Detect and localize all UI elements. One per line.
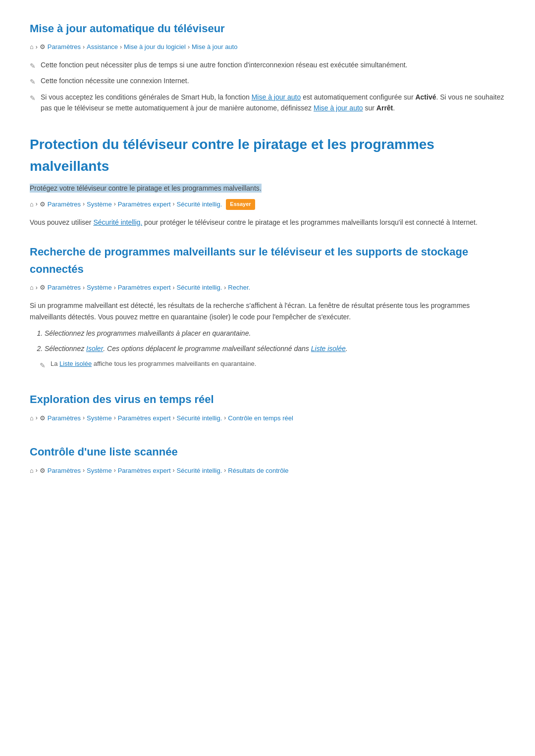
sep4: › — [188, 43, 190, 52]
note-text-2: Cette fonction nécessite une connexion I… — [41, 75, 189, 86]
link-liste-isolee-sub[interactable]: Liste isolée — [59, 360, 92, 367]
breadcrumb-systeme-5[interactable]: Système — [87, 466, 112, 476]
sep5-2: › — [83, 466, 85, 475]
sub-note-1: ✎ La Liste isolée affiche tous les progr… — [40, 359, 505, 371]
sep2-3: › — [114, 200, 116, 209]
pencil-icon-1: ✎ — [30, 60, 36, 71]
breadcrumb-securite-5[interactable]: Sécurité intellig. — [177, 466, 222, 476]
sep5-1: › — [36, 466, 38, 475]
pencil-icon-sub: ✎ — [40, 360, 46, 371]
breadcrumb-1: ⌂ › ⚙ Paramètres › Assistance › Mise à j… — [30, 42, 505, 52]
sep3-1: › — [36, 283, 38, 293]
section3-title: Recherche de programmes malveillants sur… — [30, 243, 505, 278]
breadcrumb-params-expert-2[interactable]: Paramètres expert — [118, 200, 171, 210]
breadcrumb-maj-auto[interactable]: Mise à jour auto — [192, 42, 238, 52]
home-icon-2: ⌂ — [30, 200, 34, 210]
breadcrumb-params-expert-4[interactable]: Paramètres expert — [118, 413, 171, 424]
link-liste-isolee[interactable]: Liste isolée — [311, 345, 346, 353]
breadcrumb-params-expert-5[interactable]: Paramètres expert — [118, 466, 171, 476]
breadcrumb-parametres-5[interactable]: Paramètres — [48, 466, 81, 476]
sep4-4: › — [173, 413, 175, 423]
breadcrumb-systeme-4[interactable]: Système — [87, 413, 112, 424]
link-maj-auto-2[interactable]: Mise à jour auto — [314, 104, 363, 112]
note-item-1: ✎ Cette fonction peut nécessiter plus de… — [30, 59, 505, 71]
breadcrumb-securite-3[interactable]: Sécurité intellig. — [177, 283, 222, 293]
sep2-2: › — [83, 200, 85, 209]
breadcrumb-recher[interactable]: Recher. — [228, 283, 250, 293]
section-recherche: Recherche de programmes malveillants sur… — [30, 243, 505, 371]
notes-list-1: ✎ Cette fonction peut nécessiter plus de… — [30, 59, 505, 114]
sep3-3: › — [114, 283, 116, 293]
pencil-icon-3: ✎ — [30, 93, 36, 103]
breadcrumb-systeme-2[interactable]: Système — [87, 200, 112, 210]
note-text-1: Cette fonction peut nécessiter plus de t… — [41, 59, 407, 70]
link-maj-auto-1[interactable]: Mise à jour auto — [252, 93, 301, 101]
gear-icon-5: ⚙ — [40, 466, 46, 476]
section-auto-update: Mise à jour automatique du téléviseur ⌂ … — [30, 20, 505, 114]
section2-highlight: Protégez votre téléviseur contre le pira… — [30, 183, 505, 194]
gear-icon-2: ⚙ — [40, 200, 46, 210]
breadcrumb-4: ⌂ › ⚙ Paramètres › Système › Paramètres … — [30, 413, 505, 424]
sep5-4: › — [173, 466, 175, 475]
breadcrumb-2: ⌂ › ⚙ Paramètres › Système › Paramètres … — [30, 199, 505, 210]
sep3: › — [120, 43, 122, 52]
sep2-4: › — [173, 200, 175, 209]
breadcrumb-params-expert-3[interactable]: Paramètres expert — [118, 283, 171, 293]
badge-essayer[interactable]: Essayer — [226, 199, 255, 210]
section1-title: Mise à jour automatique du téléviseur — [30, 20, 505, 37]
breadcrumb-resultats-controle[interactable]: Résultats de contrôle — [228, 466, 288, 476]
gear-icon-4: ⚙ — [40, 413, 46, 424]
section4-title: Exploration des virus en temps réel — [30, 391, 505, 408]
breadcrumb-securite-4[interactable]: Sécurité intellig. — [177, 413, 222, 424]
note-item-3: ✎ Si vous acceptez les conditions généra… — [30, 92, 505, 114]
sep5-3: › — [114, 466, 116, 475]
sep4-2: › — [83, 413, 85, 423]
section5-title: Contrôle d'une liste scannée — [30, 443, 505, 460]
note-text-3: Si vous acceptez les conditions générale… — [41, 92, 505, 114]
step-1: Sélectionnez les programmes malveillants… — [45, 328, 505, 339]
text-arret: Arrêt — [376, 104, 393, 112]
breadcrumb-parametres-3[interactable]: Paramètres — [48, 283, 81, 293]
sep5-5: › — [224, 466, 226, 475]
highlight-span: Protégez votre téléviseur contre le pira… — [30, 184, 262, 193]
section-protection: Protection du téléviseur contre le pirat… — [30, 134, 505, 228]
text-active: Activé — [415, 93, 436, 101]
sep4-1: › — [36, 413, 38, 423]
link-securite-intellig[interactable]: Sécurité intellig. — [93, 218, 142, 226]
section2-body: Vous pouvez utiliser Sécurité intellig. … — [30, 217, 505, 228]
sub-note-text: La Liste isolée affiche tous les program… — [51, 359, 256, 369]
home-icon: ⌂ — [30, 42, 34, 52]
sep3-4: › — [173, 283, 175, 293]
sep1: › — [36, 43, 38, 52]
breadcrumb-securite-2[interactable]: Sécurité intellig. — [177, 200, 222, 210]
steps-list: Sélectionnez les programmes malveillants… — [45, 328, 505, 354]
step-2: Sélectionnez Isoler. Ces options déplace… — [45, 343, 505, 354]
breadcrumb-5: ⌂ › ⚙ Paramètres › Système › Paramètres … — [30, 466, 505, 476]
pencil-icon-2: ✎ — [30, 76, 36, 87]
sep3-2: › — [83, 283, 85, 293]
gear-icon-3: ⚙ — [40, 283, 46, 293]
sep4-3: › — [114, 413, 116, 423]
sep3-5: › — [224, 283, 226, 293]
link-isoler[interactable]: Isoler — [86, 345, 103, 353]
note-item-2: ✎ Cette fonction nécessite une connexion… — [30, 75, 505, 87]
breadcrumb-maj-logiciel[interactable]: Mise à jour du logiciel — [124, 42, 186, 52]
section-exploration-virus: Exploration des virus en temps réel ⌂ › … — [30, 391, 505, 423]
gear-icon: ⚙ — [40, 42, 46, 52]
home-icon-4: ⌂ — [30, 413, 34, 424]
sep2-1: › — [36, 200, 38, 209]
section-controle-liste: Contrôle d'une liste scannée ⌂ › ⚙ Param… — [30, 443, 505, 476]
breadcrumb-3: ⌂ › ⚙ Paramètres › Système › Paramètres … — [30, 283, 505, 293]
breadcrumb-systeme-3[interactable]: Système — [87, 283, 112, 293]
breadcrumb-controle-temps-reel[interactable]: Contrôle en temps réel — [228, 413, 293, 424]
home-icon-5: ⌂ — [30, 466, 34, 476]
breadcrumb-parametres-4[interactable]: Paramètres — [48, 413, 81, 424]
home-icon-3: ⌂ — [30, 283, 34, 293]
section3-body: Si un programme malveillant est détecté,… — [30, 300, 505, 323]
breadcrumb-parametres-2[interactable]: Paramètres — [48, 200, 81, 210]
sep4-5: › — [224, 413, 226, 423]
sep2: › — [83, 43, 85, 52]
breadcrumb-assistance[interactable]: Assistance — [87, 42, 118, 52]
breadcrumb-parametres-1[interactable]: Paramètres — [48, 42, 81, 52]
section2-title: Protection du téléviseur contre le pirat… — [30, 134, 505, 178]
